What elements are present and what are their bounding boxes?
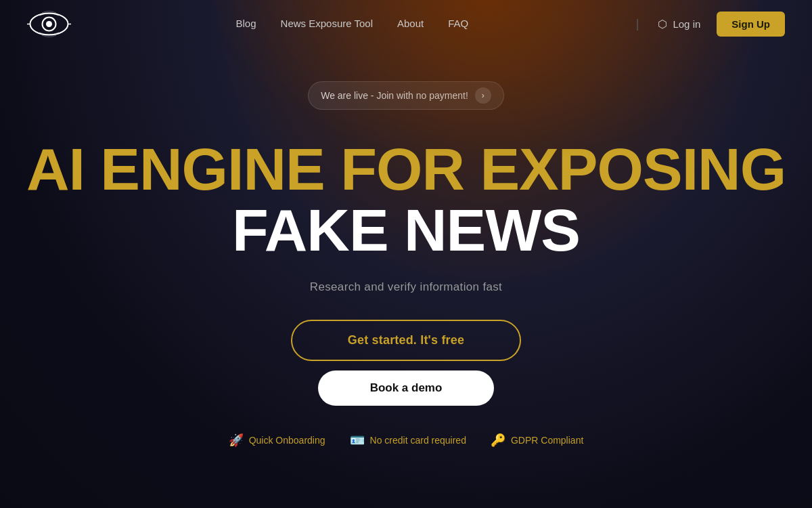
- feature-no-card-label: No credit card required: [370, 435, 466, 446]
- signup-button[interactable]: Sign Up: [717, 12, 785, 37]
- feature-onboarding-label: Quick Onboarding: [249, 435, 325, 446]
- feature-gdpr-label: GDPR Compliant: [511, 435, 583, 446]
- nav-divider: |: [636, 17, 639, 31]
- key-icon: 🔑: [491, 433, 505, 448]
- nav-right: | ⬡ Log in Sign Up: [633, 12, 785, 37]
- login-icon: ⬡: [658, 18, 667, 30]
- svg-point-2: [46, 21, 52, 27]
- logo-icon: [27, 9, 71, 39]
- hero-title-line2: FAKE NEWS: [232, 199, 580, 261]
- nav-item-faq[interactable]: FAQ: [448, 18, 468, 30]
- features-list: 🚀 Quick Onboarding 🪪 No credit card requ…: [229, 433, 584, 448]
- hero-title-line1: AI ENGINE FOR EXPOSING: [26, 140, 786, 199]
- live-badge-text: We are live - Join with no payment!: [321, 90, 468, 101]
- hero-section: We are live - Join with no payment! › AI…: [0, 47, 812, 448]
- feature-gdpr: 🔑 GDPR Compliant: [491, 433, 583, 448]
- feature-onboarding: 🚀 Quick Onboarding: [229, 433, 325, 448]
- login-button[interactable]: ⬡ Log in: [658, 18, 700, 30]
- badge-arrow-icon: ›: [475, 87, 491, 104]
- nav-links: Blog News Exposure Tool About FAQ: [236, 18, 469, 30]
- nav-item-about[interactable]: About: [397, 18, 424, 30]
- hero-subtitle: Research and verify information fast: [310, 280, 502, 294]
- live-badge[interactable]: We are live - Join with no payment! ›: [308, 81, 504, 110]
- nav-item-blog[interactable]: Blog: [236, 18, 256, 30]
- navbar: Blog News Exposure Tool About FAQ | ⬡ Lo…: [0, 0, 812, 47]
- feature-no-card: 🪪 No credit card required: [350, 433, 466, 448]
- get-started-button[interactable]: Get started. It's free: [291, 320, 521, 361]
- book-demo-button[interactable]: Book a demo: [318, 371, 494, 406]
- rocket-icon: 🚀: [229, 433, 244, 448]
- card-icon: 🪪: [350, 433, 365, 448]
- nav-item-news-exposure-tool[interactable]: News Exposure Tool: [281, 18, 373, 30]
- logo[interactable]: [27, 9, 71, 39]
